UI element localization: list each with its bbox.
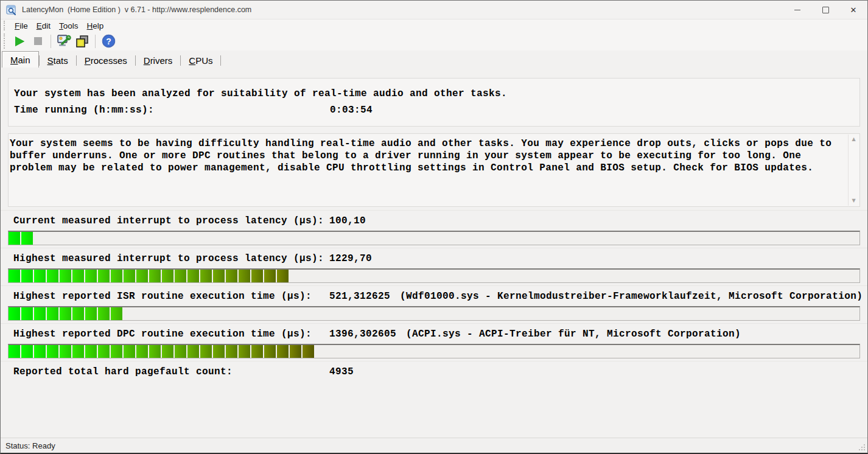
tab-label: Main	[10, 55, 30, 65]
bar-segment	[21, 307, 33, 320]
stop-icon	[34, 37, 42, 45]
processes-button[interactable]	[73, 33, 91, 49]
maximize-icon	[822, 7, 829, 13]
scroll-down-icon[interactable]: ▼	[852, 196, 855, 206]
tab-drivers[interactable]: Drivers	[136, 53, 181, 68]
menu-item-tools[interactable]: Tools	[55, 21, 83, 31]
bar-segment	[187, 345, 199, 358]
bar-segment	[60, 270, 71, 282]
tab-main[interactable]: Main	[2, 51, 39, 68]
resize-grip[interactable]	[858, 444, 866, 451]
start-monitor-button[interactable]	[10, 33, 29, 49]
toolbar-separator	[51, 35, 51, 48]
bar-segment	[264, 345, 276, 358]
tab-label: Drivers	[144, 55, 173, 66]
svg-text:?: ?	[106, 37, 111, 46]
tab-label: Stats	[47, 55, 68, 66]
stop-monitor-button[interactable]	[29, 33, 47, 49]
tab-stats[interactable]: Stats	[40, 53, 76, 68]
tab-label: Processes	[85, 55, 127, 66]
bar-segment	[9, 232, 20, 245]
bar-segment	[124, 345, 135, 358]
bar-segment	[85, 307, 97, 320]
bar-segment	[162, 345, 173, 358]
measurement-label: Highest reported ISR routine execution t…	[13, 291, 329, 302]
bar-segment	[85, 345, 97, 358]
scroll-up-icon[interactable]: ▲	[852, 134, 855, 144]
menu-item-edit[interactable]: Edit	[32, 21, 55, 31]
options-button[interactable]	[55, 33, 73, 49]
latency-bar	[8, 231, 860, 245]
report-scrollbar[interactable]: ▲ ▼	[848, 134, 859, 206]
measurement-driver-info: (Wdf01000.sys - Kernelmodustreiber-Frame…	[400, 291, 863, 302]
tab-processes[interactable]: Processes	[77, 53, 135, 68]
time-running-label: Time running (h:mm:ss):	[14, 102, 330, 119]
bar-segment	[136, 345, 148, 358]
bar-segment	[98, 345, 110, 358]
bar-segment	[98, 307, 110, 320]
bar-segment	[47, 270, 58, 282]
report-panel: Your system seems to be having difficult…	[8, 133, 860, 207]
time-running-row: Time running (h:mm:ss):0:03:54	[14, 102, 859, 119]
measurement-label: Reported total hard pagefault count:	[13, 366, 329, 377]
bar-segment	[98, 270, 110, 282]
bar-segment	[213, 270, 225, 282]
measurement-value: 521,312625	[329, 291, 390, 302]
minimize-button[interactable]	[783, 1, 811, 19]
measurement-row: Highest reported DPC routine execution t…	[1, 323, 867, 361]
menu-bar: File Edit Tools Help	[1, 19, 867, 32]
bar-segment	[200, 345, 212, 358]
window-title: LatencyMon (Home Edition ) v 6.71 - http…	[22, 5, 251, 14]
menu-item-help[interactable]: Help	[83, 21, 108, 31]
bar-segment	[124, 270, 135, 282]
bar-segment	[72, 307, 84, 320]
bar-segment	[47, 345, 58, 358]
bar-segment	[34, 270, 46, 282]
bar-segment	[149, 345, 161, 358]
latency-bar	[8, 306, 860, 321]
bar-segment	[111, 270, 122, 282]
measurement-line: Highest measured interrupt to process la…	[1, 253, 867, 265]
measurement-label: Current measured interrupt to process la…	[13, 215, 329, 226]
measurement-row: Highest reported ISR routine execution t…	[1, 285, 867, 323]
close-icon: ✕	[850, 5, 857, 15]
app-icon	[6, 4, 17, 15]
bar-segment	[251, 345, 263, 358]
status-text: Status: Ready	[1, 441, 55, 450]
measurement-line: Current measured interrupt to process la…	[1, 215, 867, 227]
menu-item-file[interactable]: File	[10, 21, 32, 31]
toolbar: ?	[1, 32, 867, 51]
latencymon-window: LatencyMon (Home Edition ) v 6.71 - http…	[0, 0, 868, 454]
bar-segment	[213, 345, 225, 358]
bar-segment	[175, 345, 186, 358]
bar-segment	[9, 270, 20, 282]
status-bar: Status: Ready	[1, 438, 867, 453]
measurement-label: Highest reported DPC routine execution t…	[13, 329, 329, 340]
close-button[interactable]: ✕	[839, 1, 867, 19]
bar-segment	[175, 270, 186, 282]
bar-segment	[149, 270, 161, 282]
maximize-button[interactable]	[811, 1, 839, 19]
measurement-label: Highest measured interrupt to process la…	[13, 253, 329, 264]
bar-segment	[9, 345, 20, 358]
bar-segment	[21, 232, 33, 245]
menubar-gripper[interactable]	[4, 21, 7, 30]
bar-segment	[239, 345, 250, 358]
latency-bar	[8, 344, 860, 358]
bar-segment	[60, 307, 71, 320]
play-icon	[15, 37, 24, 46]
analysis-panel: Your system has been analyzed for suitab…	[8, 78, 860, 127]
help-button[interactable]: ?	[99, 33, 117, 49]
measurement-line: Reported total hard pagefault count:4935	[1, 366, 867, 378]
tab-cpus[interactable]: CPUs	[181, 53, 220, 68]
toolbar-gripper[interactable]	[4, 33, 7, 49]
processes-icon	[75, 34, 89, 49]
measurement-line: Highest reported ISR routine execution t…	[1, 291, 867, 302]
bar-segment	[264, 270, 276, 282]
bar-segment	[47, 307, 58, 320]
help-icon: ?	[102, 34, 116, 48]
bar-segment	[111, 307, 122, 320]
bar-segment	[9, 307, 20, 320]
options-icon	[56, 34, 72, 49]
tab-label: CPUs	[189, 55, 212, 66]
